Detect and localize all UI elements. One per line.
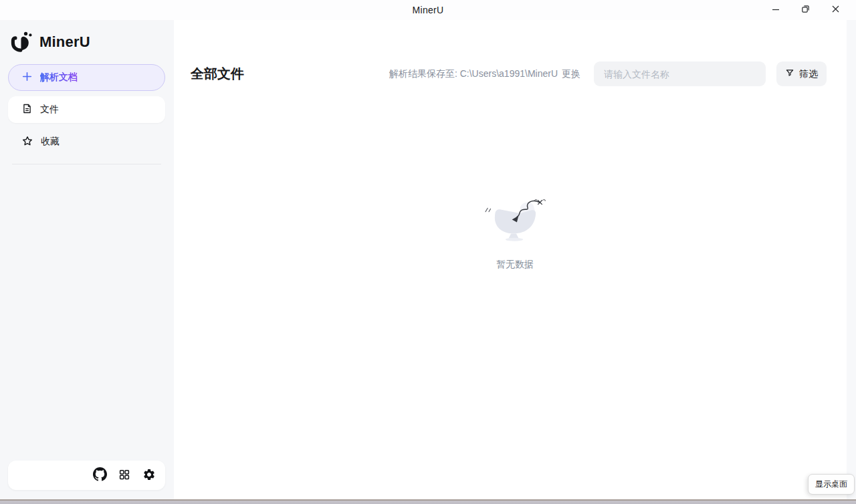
page-title: 全部文件 [191, 65, 244, 83]
taskbar-edge-strip [0, 499, 856, 504]
titlebar: MinerU [0, 0, 856, 20]
mineru-logo-icon [11, 30, 33, 55]
sidebar-item-label: 收藏 [41, 136, 60, 148]
sidebar-item-favorites[interactable]: 收藏 [8, 128, 165, 155]
github-button[interactable] [92, 468, 107, 483]
sidebar-item-label: 文件 [40, 104, 59, 116]
github-icon [93, 467, 107, 483]
window-title: MinerU [413, 5, 444, 15]
filter-label: 筛选 [799, 68, 818, 80]
apps-grid-button[interactable] [117, 468, 132, 483]
empty-illustration [481, 235, 548, 246]
scrollbar-track [847, 20, 856, 499]
sidebar: MinerU 解析文档 文件 收藏 [0, 20, 174, 499]
gear-icon [142, 468, 156, 483]
parse-document-button[interactable]: 解析文档 [8, 64, 165, 91]
close-icon [831, 5, 840, 15]
main-area: 全部文件 解析结果保存至: C:\Users\a1991\MinerU 更换 筛… [174, 20, 856, 499]
settings-button[interactable] [142, 468, 156, 483]
star-icon [21, 135, 33, 149]
grid-icon [118, 469, 130, 483]
brand-name: MinerU [39, 33, 90, 51]
show-desktop-label: 显示桌面 [815, 479, 847, 489]
brand: MinerU [8, 29, 165, 53]
empty-state: 暂无数据 [477, 196, 553, 271]
sidebar-bottom-card [8, 461, 165, 490]
change-path-link[interactable]: 更换 [562, 68, 580, 80]
restore-button[interactable] [790, 1, 821, 19]
filter-icon [785, 68, 794, 80]
parse-document-label: 解析文档 [40, 72, 78, 84]
main-header: 全部文件 解析结果保存至: C:\Users\a1991\MinerU 更换 筛… [174, 20, 856, 86]
close-button[interactable] [821, 1, 851, 19]
show-desktop-tooltip: 显示桌面 [808, 474, 855, 495]
sidebar-spacer [8, 164, 165, 461]
minimize-icon [772, 5, 780, 15]
header-controls: 解析结果保存至: C:\Users\a1991\MinerU 更换 筛选 [389, 61, 827, 86]
app-body: MinerU 解析文档 文件 收藏 [0, 20, 856, 499]
save-path-text: 解析结果保存至: C:\Users\a1991\MinerU [389, 68, 558, 80]
filter-button[interactable]: 筛选 [776, 61, 827, 86]
search-input[interactable] [594, 61, 766, 86]
restore-icon [801, 5, 810, 15]
window-controls [760, 0, 851, 20]
plus-icon [22, 72, 32, 84]
empty-state-text: 暂无数据 [477, 259, 553, 271]
sidebar-item-files[interactable]: 文件 [8, 96, 165, 123]
minimize-button[interactable] [760, 1, 790, 19]
document-icon [21, 103, 33, 116]
